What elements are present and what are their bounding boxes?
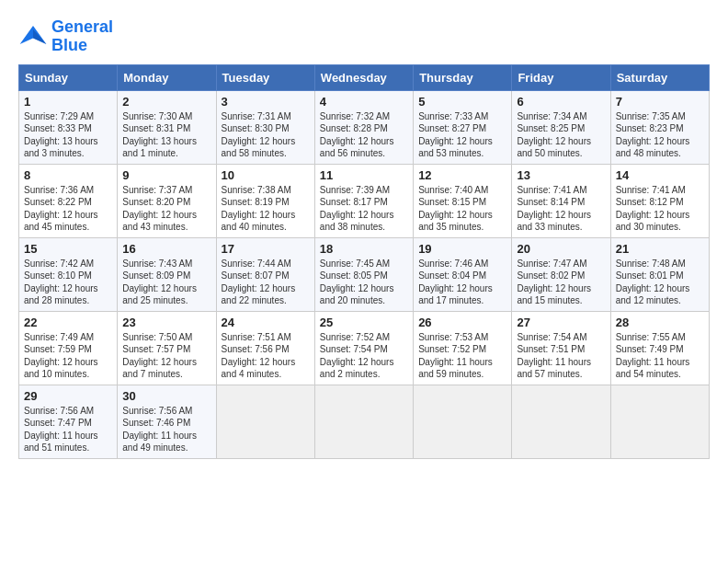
day-number: 19 [418, 242, 506, 256]
day-number: 2 [122, 95, 210, 109]
day-number: 13 [517, 168, 605, 182]
calendar-cell: 1Sunrise: 7:29 AMSunset: 8:33 PMDaylight… [19, 90, 118, 164]
calendar-cell: 12Sunrise: 7:40 AMSunset: 8:15 PMDayligh… [414, 164, 512, 237]
day-info: Sunrise: 7:53 AMSunset: 7:52 PMDaylight:… [418, 331, 506, 381]
day-info: Sunrise: 7:41 AMSunset: 8:12 PMDaylight:… [616, 184, 704, 234]
day-number: 4 [320, 95, 408, 109]
calendar-cell: 9Sunrise: 7:37 AMSunset: 8:20 PMDaylight… [118, 164, 216, 237]
calendar-cell: 17Sunrise: 7:44 AMSunset: 8:07 PMDayligh… [216, 237, 314, 311]
day-info: Sunrise: 7:55 AMSunset: 7:49 PMDaylight:… [616, 331, 704, 381]
day-number: 20 [517, 242, 605, 256]
day-number: 15 [24, 242, 112, 256]
day-number: 28 [616, 316, 704, 329]
day-number: 10 [222, 168, 310, 182]
day-number: 21 [616, 242, 704, 256]
day-info: Sunrise: 7:40 AMSunset: 8:15 PMDaylight:… [418, 184, 506, 234]
day-number: 5 [418, 95, 506, 109]
calendar-cell: 22Sunrise: 7:49 AMSunset: 7:59 PMDayligh… [19, 311, 118, 385]
weekday-row: SundayMondayTuesdayWednesdayThursdayFrid… [19, 64, 710, 90]
calendar-cell: 11Sunrise: 7:39 AMSunset: 8:17 PMDayligh… [314, 164, 413, 237]
day-number: 9 [122, 168, 210, 182]
day-info: Sunrise: 7:48 AMSunset: 8:01 PMDaylight:… [616, 258, 704, 307]
day-info: Sunrise: 7:38 AMSunset: 8:19 PMDaylight:… [222, 184, 310, 234]
weekday-header: Thursday [414, 64, 512, 90]
calendar-cell: 13Sunrise: 7:41 AMSunset: 8:14 PMDayligh… [512, 164, 610, 237]
calendar-cell: 19Sunrise: 7:46 AMSunset: 8:04 PMDayligh… [414, 237, 512, 311]
page-header: General Blue [18, 18, 710, 55]
calendar-cell: 3Sunrise: 7:31 AMSunset: 8:30 PMDaylight… [216, 90, 314, 164]
calendar-cell: 25Sunrise: 7:52 AMSunset: 7:54 PMDayligh… [314, 311, 413, 385]
calendar-cell [314, 385, 413, 458]
calendar-week: 8Sunrise: 7:36 AMSunset: 8:22 PMDaylight… [19, 164, 710, 237]
calendar-cell: 2Sunrise: 7:30 AMSunset: 8:31 PMDaylight… [118, 90, 216, 164]
day-info: Sunrise: 7:32 AMSunset: 8:28 PMDaylight:… [320, 110, 408, 160]
calendar-cell: 28Sunrise: 7:55 AMSunset: 7:49 PMDayligh… [610, 311, 709, 385]
day-info: Sunrise: 7:33 AMSunset: 8:27 PMDaylight:… [418, 110, 506, 160]
day-number: 12 [418, 168, 506, 182]
calendar-cell [610, 385, 709, 458]
day-number: 25 [320, 316, 408, 329]
day-info: Sunrise: 7:42 AMSunset: 8:10 PMDaylight:… [24, 258, 112, 307]
calendar-week: 22Sunrise: 7:49 AMSunset: 7:59 PMDayligh… [19, 311, 710, 385]
calendar-header: SundayMondayTuesdayWednesdayThursdayFrid… [19, 64, 710, 90]
logo-text: General Blue [51, 18, 113, 55]
logo: General Blue [18, 18, 113, 55]
calendar-cell: 4Sunrise: 7:32 AMSunset: 8:28 PMDaylight… [314, 90, 413, 164]
day-number: 26 [418, 316, 506, 329]
calendar-cell: 26Sunrise: 7:53 AMSunset: 7:52 PMDayligh… [414, 311, 512, 385]
calendar-cell: 7Sunrise: 7:35 AMSunset: 8:23 PMDaylight… [610, 90, 709, 164]
calendar-cell [414, 385, 512, 458]
weekday-header: Monday [118, 64, 216, 90]
day-info: Sunrise: 7:35 AMSunset: 8:23 PMDaylight:… [616, 110, 704, 160]
day-info: Sunrise: 7:56 AMSunset: 7:46 PMDaylight:… [122, 405, 210, 454]
day-info: Sunrise: 7:39 AMSunset: 8:17 PMDaylight:… [320, 184, 408, 234]
calendar-week: 29Sunrise: 7:56 AMSunset: 7:47 PMDayligh… [19, 385, 710, 458]
day-info: Sunrise: 7:37 AMSunset: 8:20 PMDaylight:… [122, 184, 210, 234]
weekday-header: Friday [512, 64, 610, 90]
day-info: Sunrise: 7:46 AMSunset: 8:04 PMDaylight:… [418, 258, 506, 307]
day-number: 11 [320, 168, 408, 182]
day-info: Sunrise: 7:30 AMSunset: 8:31 PMDaylight:… [122, 110, 210, 160]
weekday-header: Tuesday [216, 64, 314, 90]
day-info: Sunrise: 7:47 AMSunset: 8:02 PMDaylight:… [517, 258, 605, 307]
calendar-cell: 20Sunrise: 7:47 AMSunset: 8:02 PMDayligh… [512, 237, 610, 311]
calendar-cell: 5Sunrise: 7:33 AMSunset: 8:27 PMDaylight… [414, 90, 512, 164]
calendar-table: SundayMondayTuesdayWednesdayThursdayFrid… [18, 64, 710, 459]
day-number: 7 [616, 95, 704, 109]
day-number: 16 [122, 242, 210, 256]
day-number: 22 [24, 316, 112, 329]
day-info: Sunrise: 7:34 AMSunset: 8:25 PMDaylight:… [517, 110, 605, 160]
calendar-cell [512, 385, 610, 458]
day-info: Sunrise: 7:50 AMSunset: 7:57 PMDaylight:… [122, 331, 210, 381]
calendar-cell: 8Sunrise: 7:36 AMSunset: 8:22 PMDaylight… [19, 164, 118, 237]
calendar-cell: 23Sunrise: 7:50 AMSunset: 7:57 PMDayligh… [118, 311, 216, 385]
day-info: Sunrise: 7:54 AMSunset: 7:51 PMDaylight:… [517, 331, 605, 381]
day-number: 24 [222, 316, 310, 329]
day-info: Sunrise: 7:41 AMSunset: 8:14 PMDaylight:… [517, 184, 605, 234]
calendar-cell [216, 385, 314, 458]
day-info: Sunrise: 7:51 AMSunset: 7:56 PMDaylight:… [222, 331, 310, 381]
calendar-cell: 14Sunrise: 7:41 AMSunset: 8:12 PMDayligh… [610, 164, 709, 237]
logo-icon [18, 22, 48, 52]
day-number: 3 [222, 95, 310, 109]
day-info: Sunrise: 7:29 AMSunset: 8:33 PMDaylight:… [24, 110, 112, 160]
day-number: 6 [517, 95, 605, 109]
weekday-header: Sunday [19, 64, 118, 90]
day-info: Sunrise: 7:44 AMSunset: 8:07 PMDaylight:… [222, 258, 310, 307]
day-number: 17 [222, 242, 310, 256]
weekday-header: Saturday [610, 64, 709, 90]
calendar-cell: 6Sunrise: 7:34 AMSunset: 8:25 PMDaylight… [512, 90, 610, 164]
day-number: 1 [24, 95, 112, 109]
calendar-cell: 15Sunrise: 7:42 AMSunset: 8:10 PMDayligh… [19, 237, 118, 311]
day-info: Sunrise: 7:43 AMSunset: 8:09 PMDaylight:… [122, 258, 210, 307]
day-info: Sunrise: 7:52 AMSunset: 7:54 PMDaylight:… [320, 331, 408, 381]
day-number: 14 [616, 168, 704, 182]
day-info: Sunrise: 7:36 AMSunset: 8:22 PMDaylight:… [24, 184, 112, 234]
calendar-week: 1Sunrise: 7:29 AMSunset: 8:33 PMDaylight… [19, 90, 710, 164]
day-info: Sunrise: 7:49 AMSunset: 7:59 PMDaylight:… [24, 331, 112, 381]
day-number: 27 [517, 316, 605, 329]
calendar-cell: 29Sunrise: 7:56 AMSunset: 7:47 PMDayligh… [19, 385, 118, 458]
day-number: 23 [122, 316, 210, 329]
weekday-header: Wednesday [314, 64, 413, 90]
day-number: 29 [24, 389, 112, 403]
